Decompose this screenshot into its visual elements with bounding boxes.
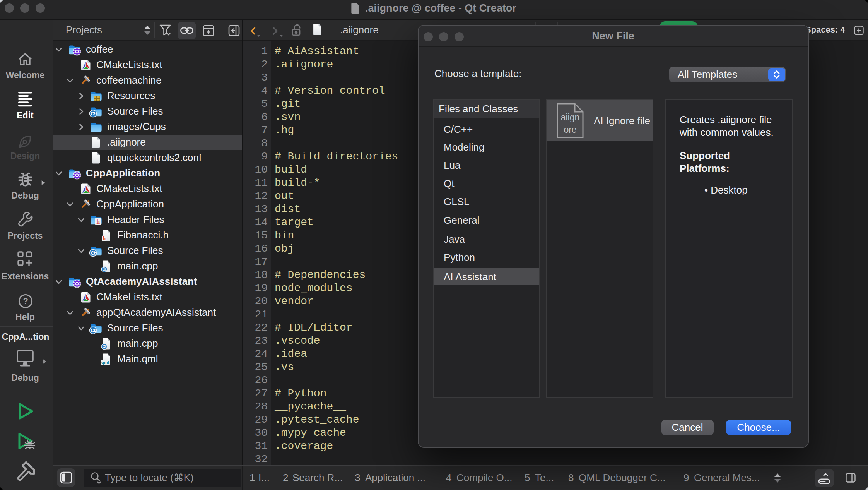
svg-text:?: ? xyxy=(23,296,28,306)
